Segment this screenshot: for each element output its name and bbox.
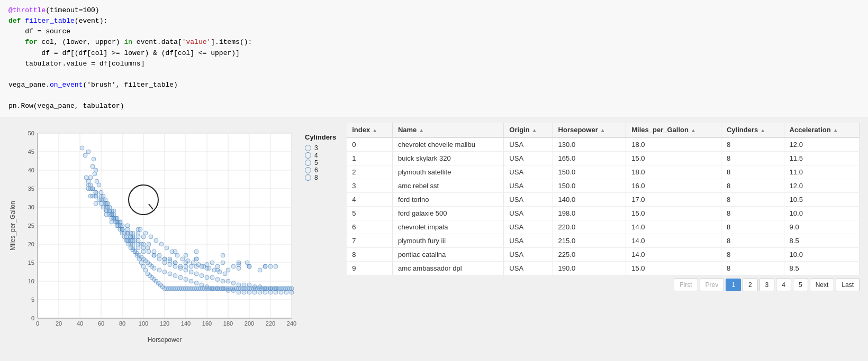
cell-index: 4 bbox=[347, 193, 392, 207]
cell-cylinders: 8 bbox=[721, 262, 784, 275]
table-row: 0chevrolet chevelle malibuUSA130.018.081… bbox=[347, 137, 859, 152]
cell-name: chevrolet impala bbox=[392, 220, 503, 234]
svg-point-236 bbox=[178, 275, 183, 280]
cell-cylinders: 8 bbox=[721, 152, 784, 165]
legend-circle bbox=[305, 160, 311, 166]
table-row: 4ford torinoUSA140.017.0810.5 bbox=[347, 193, 859, 207]
svg-text:60: 60 bbox=[98, 320, 104, 327]
cell-index: 0 bbox=[347, 137, 392, 152]
col-label: Origin bbox=[509, 126, 529, 134]
cell-mpg: 16.0 bbox=[626, 179, 721, 193]
table-row: 5ford galaxie 500USA198.015.0810.0 bbox=[347, 207, 859, 220]
table-row: 3amc rebel sstUSA150.016.0812.0 bbox=[347, 179, 859, 193]
legend-item: 5 bbox=[305, 159, 336, 166]
svg-point-162 bbox=[136, 242, 140, 246]
cell-acceleration: 11.0 bbox=[784, 165, 859, 179]
col-header-index[interactable]: index▲ bbox=[347, 123, 392, 137]
first-page-button[interactable]: First bbox=[674, 279, 698, 291]
table-row: 1buick skylark 320USA165.015.0811.5 bbox=[347, 152, 859, 165]
svg-point-70 bbox=[221, 261, 225, 265]
svg-point-113 bbox=[231, 264, 236, 269]
svg-point-239 bbox=[194, 281, 198, 285]
page-5-button[interactable]: 5 bbox=[793, 279, 808, 291]
next-page-button[interactable]: Next bbox=[810, 279, 835, 291]
cell-origin: USA bbox=[504, 248, 553, 262]
svg-point-235 bbox=[173, 274, 177, 278]
cell-origin: USA bbox=[504, 262, 553, 275]
svg-point-163 bbox=[141, 246, 146, 250]
cell-mpg: 15.0 bbox=[626, 262, 721, 275]
cell-name: amc rebel sst bbox=[392, 179, 503, 193]
cell-index: 7 bbox=[347, 234, 392, 248]
last-page-button[interactable]: Last bbox=[836, 279, 860, 291]
svg-text:0: 0 bbox=[36, 320, 39, 327]
data-table-area: index▲Name▲Origin▲Horsepower▲Miles_per_G… bbox=[347, 123, 860, 345]
svg-point-262 bbox=[83, 153, 87, 158]
svg-point-173 bbox=[194, 272, 198, 276]
cell-horsepower: 140.0 bbox=[553, 193, 626, 207]
svg-point-264 bbox=[91, 164, 95, 169]
cell-index: 9 bbox=[347, 262, 392, 275]
svg-point-189 bbox=[138, 227, 142, 232]
cell-name: amc ambassador dpl bbox=[392, 262, 503, 275]
svg-point-116 bbox=[258, 268, 262, 272]
sort-icon: ▲ bbox=[691, 127, 696, 133]
col-header-horsepower[interactable]: Horsepower▲ bbox=[553, 123, 626, 137]
cell-acceleration: 9.0 bbox=[784, 220, 859, 234]
legend-label: 4 bbox=[314, 152, 318, 159]
svg-point-202 bbox=[207, 266, 211, 271]
cell-index: 5 bbox=[347, 207, 392, 220]
cell-horsepower: 150.0 bbox=[553, 179, 626, 193]
data-table: index▲Name▲Origin▲Horsepower▲Miles_per_G… bbox=[347, 123, 860, 275]
svg-point-112 bbox=[226, 268, 230, 272]
cell-mpg: 14.0 bbox=[626, 248, 721, 262]
svg-text:100: 100 bbox=[139, 320, 148, 327]
cell-origin: USA bbox=[504, 207, 553, 220]
col-header-acceleration[interactable]: Acceleration▲ bbox=[784, 123, 859, 137]
cell-name: chevrolet chevelle malibu bbox=[392, 137, 503, 152]
col-header-origin[interactable]: Origin▲ bbox=[504, 123, 553, 137]
page-3-button[interactable]: 3 bbox=[760, 279, 775, 291]
col-header-mpg[interactable]: Miles_per_Gallon▲ bbox=[626, 123, 721, 137]
svg-text:120: 120 bbox=[160, 320, 169, 327]
cell-mpg: 18.0 bbox=[626, 137, 721, 152]
page-1-button[interactable]: 1 bbox=[726, 279, 741, 291]
cell-acceleration: 8.5 bbox=[784, 262, 859, 275]
svg-text:40: 40 bbox=[77, 320, 83, 327]
svg-text:240: 240 bbox=[287, 320, 296, 327]
svg-point-165 bbox=[152, 253, 156, 257]
svg-point-261 bbox=[88, 175, 93, 180]
legend-label: 6 bbox=[314, 166, 318, 174]
svg-text:15: 15 bbox=[28, 260, 34, 266]
svg-point-265 bbox=[93, 172, 97, 176]
cell-horsepower: 198.0 bbox=[553, 207, 626, 220]
col-header-name[interactable]: Name▲ bbox=[392, 123, 503, 137]
code-area: @throttle(timeout=100) def filter_table(… bbox=[0, 0, 868, 117]
cell-cylinders: 8 bbox=[721, 165, 784, 179]
cell-name: plymouth fury iii bbox=[392, 234, 503, 248]
svg-point-172 bbox=[189, 270, 193, 274]
page-2-button[interactable]: 2 bbox=[743, 279, 758, 291]
sort-icon: ▲ bbox=[760, 127, 765, 133]
svg-text:25: 25 bbox=[28, 223, 34, 229]
svg-point-54 bbox=[210, 261, 214, 265]
prev-page-button[interactable]: Prev bbox=[700, 279, 725, 291]
svg-point-192 bbox=[154, 238, 158, 243]
col-header-cylinders[interactable]: Cylinders▲ bbox=[721, 123, 784, 137]
cell-acceleration: 8.5 bbox=[784, 234, 859, 248]
table-row: 8pontiac catalinaUSA225.014.0810.0 bbox=[347, 248, 859, 262]
cell-horsepower: 220.0 bbox=[553, 220, 626, 234]
cell-mpg: 15.0 bbox=[626, 152, 721, 165]
col-label: Name bbox=[398, 126, 417, 134]
svg-point-177 bbox=[215, 277, 220, 282]
pagination[interactable]: FirstPrev12345NextLast bbox=[347, 279, 860, 291]
cell-acceleration: 10.5 bbox=[784, 193, 859, 207]
cell-horsepower: 165.0 bbox=[553, 152, 626, 165]
cell-horsepower: 130.0 bbox=[553, 137, 626, 152]
svg-text:35: 35 bbox=[28, 186, 34, 192]
legend-item: 3 bbox=[305, 144, 336, 152]
svg-text:20: 20 bbox=[56, 320, 62, 327]
page-4-button[interactable]: 4 bbox=[776, 279, 791, 291]
svg-point-61 bbox=[274, 264, 278, 269]
svg-point-231 bbox=[152, 266, 156, 271]
